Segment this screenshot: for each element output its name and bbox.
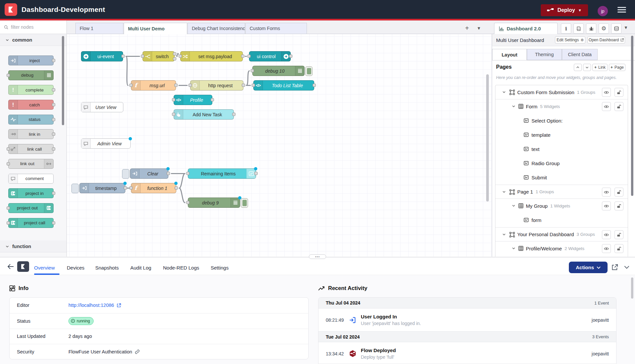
add-flow-button[interactable]: + [462,24,472,32]
help-tab-button[interactable] [573,23,584,34]
canvas-node-admin-view[interactable]: Admin View [81,138,131,149]
flow-tab-2[interactable]: Multi User Demo [124,23,187,34]
deploy-caret-icon[interactable]: ▼ [578,8,582,12]
visibility-button[interactable] [602,230,611,239]
lock-button[interactable] [614,201,623,210]
flow-tab-4[interactable]: Custom Forms [245,23,307,34]
tree-row-template[interactable]: template [495,128,628,142]
nav-tab-overview[interactable]: Overview [34,265,55,271]
actions-button[interactable]: Actions [569,262,608,273]
add-link-button[interactable]: +Link [592,64,608,71]
open-editor-icon[interactable] [612,264,618,271]
menu-icon[interactable] [617,7,626,13]
palette-category-function[interactable]: function [0,240,66,252]
canvas-node-add-task[interactable]: Add New Task [174,109,234,120]
deploy-button[interactable]: Deploy ▼ [541,4,588,16]
debug-toggle-button[interactable] [305,66,313,76]
tree-row-form[interactable]: form [495,213,628,227]
lock-button[interactable] [614,230,623,239]
link-icon[interactable] [135,349,140,354]
chevron-down-icon[interactable] [502,90,506,94]
canvas-node-timestamp[interactable]: timestamp [79,183,125,193]
visibility-button[interactable] [602,102,611,111]
info-tab-button[interactable]: i [561,23,571,34]
tree-row-submit[interactable]: Submit [495,170,628,185]
flow-tab-3[interactable]: Debug Chart Inconsistence S [188,23,245,34]
palette-node-debug[interactable]: debug [8,70,54,80]
canvas-node-function1[interactable]: ffunction 1 [131,183,176,193]
tree-row-form[interactable]: Form5 Widgets [495,99,628,114]
canvas-node-ui-event[interactable]: ui-event [81,51,123,61]
tree-row-profile-welcome[interactable]: Profile/Welcome2 Widgets [495,241,628,256]
debug-tab-button[interactable] [586,23,596,34]
palette-node-project-in[interactable]: project in [8,188,54,198]
palette-scrollbar[interactable] [62,36,64,125]
edit-settings-button[interactable]: Edit Settings ⚙ [555,36,585,44]
flow-tab-1[interactable]: Flow 1 [75,23,123,34]
user-avatar[interactable]: jp [598,6,608,16]
nav-tab-devices[interactable]: Devices [67,265,84,271]
sidebar-scrollbar[interactable] [631,36,633,196]
canvas-node-debug10[interactable]: debug 10 [252,66,305,76]
nav-tab-settings[interactable]: Settings [211,265,229,271]
editor-link[interactable]: http://localhost:12086 [68,303,114,308]
canvas-node-debug9[interactable]: debug 9 [188,198,240,208]
tree-row-custom-form-submission[interactable]: Custom Form Submission1 Groups [495,85,628,99]
sidebar-tab-layout[interactable]: Layout [492,49,527,60]
tree-row-my-group[interactable]: My Group1 Widgets [495,199,628,213]
tree-row-text[interactable]: text [495,142,628,156]
inject-button[interactable] [71,184,79,193]
flow-list-caret-icon[interactable]: ▼ [475,24,483,32]
canvas-node-profile[interactable]: </>Profile [174,95,212,105]
canvas-node-remaining[interactable]: Remaining Items [188,168,256,179]
tree-row-radio-group[interactable]: Radio Group [495,156,628,170]
sidebar-caret-icon[interactable]: ▼ [624,25,628,30]
activity-event-row[interactable]: 08:21:49User Logged InUser 'joepavitt' h… [318,309,616,331]
palette-category-common[interactable]: common [0,34,66,46]
lock-button[interactable] [614,88,623,97]
debug-toggle-button[interactable] [241,198,248,208]
lock-button[interactable] [614,244,623,253]
palette-node-inject[interactable]: inject [8,55,54,65]
chevron-down-icon[interactable] [512,204,516,208]
canvas-node-ui-control[interactable]: ui control [249,51,291,61]
canvas-vscrollbar[interactable] [486,74,489,201]
sidebar-tab-client-data[interactable]: Client Data [562,49,598,60]
palette-node-catch[interactable]: !catch [8,100,54,110]
nav-tab-snapshots[interactable]: Snapshots [95,265,119,271]
collapse-panel-icon[interactable] [624,266,629,269]
collapse-down-button[interactable] [583,64,591,71]
visibility-button[interactable] [602,188,611,197]
lock-button[interactable] [614,102,623,111]
flow-canvas[interactable]: ui-eventswitchset msg.payloadui controld… [67,34,492,257]
visibility-button[interactable] [602,88,611,97]
chevron-down-icon[interactable] [512,246,516,250]
collapse-up-button[interactable] [574,64,582,71]
sidebar-tab-theming[interactable]: Theming [527,49,562,60]
add-page-button[interactable]: +Page [609,64,625,71]
back-icon[interactable] [7,264,14,270]
split-drag-handle[interactable]: ••• [309,254,326,259]
palette-node-complete[interactable]: !complete [8,85,54,95]
palette-search[interactable]: filter nodes [0,20,66,34]
canvas-node-msg-url[interactable]: fmsg.url [131,80,176,91]
palette-node-comment[interactable]: comment [8,174,54,184]
canvas-node-switch[interactable]: switch [143,51,175,61]
tree-row-select-option-[interactable]: Select Option: [495,114,628,128]
palette-node-link-out[interactable]: link out [8,159,54,169]
open-dashboard-button[interactable]: Open Dashboard [587,36,625,44]
chevron-down-icon[interactable] [512,104,516,108]
nav-tab-audit-log[interactable]: Audit Log [130,265,151,271]
palette-node-project-call[interactable]: project call [8,218,54,228]
flowfuse-logo[interactable] [5,3,17,16]
canvas-node-user-view[interactable]: User View [81,102,123,112]
visibility-button[interactable] [602,244,611,253]
tree-row-page-1[interactable]: Page 11 Groups [495,185,628,199]
canvas-node-clear[interactable]: Clear [130,168,168,179]
inject-button[interactable] [122,169,129,179]
palette-node-project-out[interactable]: project out [8,203,54,213]
palette-node-link-call[interactable]: link call [8,144,54,154]
context-tab-button[interactable] [611,23,621,34]
canvas-node-http[interactable]: http request [190,80,243,91]
lock-button[interactable] [614,188,623,197]
